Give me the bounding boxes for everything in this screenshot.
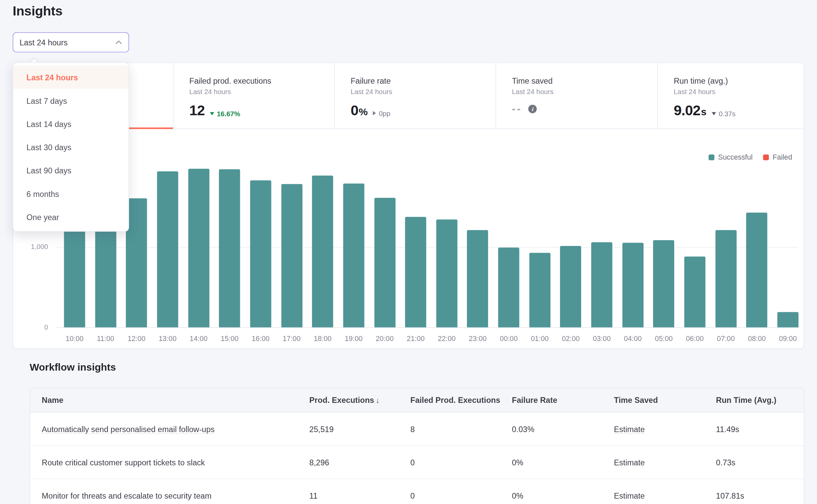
dropdown-item-last-14-days[interactable]: Last 14 days	[13, 112, 128, 135]
dropdown-item-6-months[interactable]: 6 months	[13, 182, 128, 205]
x-axis-label: 04:00	[616, 335, 650, 343]
workflow-name-link[interactable]: Monitor for threats and escalate to secu…	[42, 491, 211, 500]
card-value: 12	[189, 102, 205, 119]
prod-executions-value: 11	[309, 491, 318, 500]
triangle-down-icon	[712, 112, 716, 115]
header-prod-executions[interactable]: Prod. Executions ↓	[298, 395, 399, 405]
bar-04:00[interactable]	[622, 243, 643, 328]
header-run-time[interactable]: Run Time (Avg.)	[704, 395, 804, 405]
x-axis-label: 10:00	[58, 335, 92, 343]
x-axis-label: 14:00	[182, 335, 216, 343]
bar-21:00[interactable]	[405, 217, 426, 327]
workflow-table-header: Name Prod. Executions ↓ Failed Prod. Exe…	[30, 388, 804, 412]
bar-06:00[interactable]	[684, 256, 705, 327]
bar-11:00[interactable]	[95, 228, 116, 327]
workflow-name-link[interactable]: Automatically send personalised email fo…	[42, 424, 214, 433]
card-title: Run time (avg.)	[674, 76, 794, 85]
failed-prod-executions-value: 0	[411, 491, 415, 500]
x-axis-label: 01:00	[523, 335, 557, 343]
bar-01:00[interactable]	[529, 253, 550, 327]
header-time-saved[interactable]: Time Saved	[602, 395, 704, 405]
time-range-select-value: Last 24 hours	[19, 38, 68, 47]
card-unit: s	[701, 106, 707, 118]
insights-panel: Failed prod. executions Last 24 hours 12…	[13, 62, 804, 349]
bar-10:00[interactable]	[64, 228, 85, 327]
failure-rate-value: 0.03%	[512, 424, 534, 433]
summary-card-time-saved[interactable]: Time saved Last 24 hours -- i	[496, 63, 658, 128]
x-axis-label: 16:00	[244, 335, 277, 343]
dropdown-item-last-7-days[interactable]: Last 7 days	[13, 89, 128, 112]
x-axis-label: 18:00	[306, 335, 340, 343]
bar-17:00[interactable]	[281, 184, 302, 328]
info-icon[interactable]: i	[528, 104, 537, 113]
x-axis-label: 20:00	[368, 335, 402, 343]
table-row: Monitor for threats and escalate to secu…	[30, 479, 804, 504]
bar-22:00[interactable]	[436, 219, 457, 327]
time-saved-estimate-link[interactable]: Estimate	[614, 424, 645, 433]
summary-cards-row: Failed prod. executions Last 24 hours 12…	[13, 63, 804, 129]
bar-09:00[interactable]	[777, 312, 799, 328]
table-row: Route critical customer support tickets …	[30, 446, 804, 479]
header-name[interactable]: Name	[30, 395, 298, 405]
summary-card-failed-prod-executions[interactable]: Failed prod. executions Last 24 hours 12…	[173, 63, 335, 128]
bar-23:00[interactable]	[467, 230, 488, 328]
workflow-insights-title: Workflow insights	[30, 362, 116, 374]
x-axis-label: 15:00	[213, 335, 247, 343]
bar-03:00[interactable]	[591, 242, 612, 327]
card-unit: %	[359, 106, 368, 118]
bar-07:00[interactable]	[715, 230, 736, 328]
card-value: 0	[351, 102, 358, 119]
x-axis-label: 03:00	[585, 335, 619, 343]
run-time-value: 107.81s	[716, 491, 744, 500]
x-axis-label: 00:00	[492, 335, 526, 343]
workflow-table: Name Prod. Executions ↓ Failed Prod. Exe…	[30, 388, 804, 504]
card-value-empty: --	[512, 102, 522, 115]
x-axis-label: 21:00	[399, 335, 433, 343]
run-time-value: 0.73s	[716, 458, 735, 467]
time-saved-estimate-link[interactable]: Estimate	[614, 491, 645, 500]
dropdown-item-last-30-days[interactable]: Last 30 days	[13, 135, 128, 159]
x-axis-label: 22:00	[430, 335, 464, 343]
dropdown-item-last-24-hours[interactable]: Last 24 hours	[13, 66, 128, 89]
workflow-table-body: Automatically send personalised email fo…	[30, 413, 804, 504]
header-failure-rate[interactable]: Failure Rate	[500, 395, 602, 405]
delta-text: 16.67%	[217, 110, 240, 118]
bar-12:00[interactable]	[126, 198, 147, 327]
bar-15:00[interactable]	[219, 169, 240, 328]
chart-plot: 10:0011:0012:0013:0014:0015:0016:0017:00…	[13, 129, 804, 349]
insights-page: Insights Last 24 hours Failed prod. exec…	[0, 0, 817, 504]
prod-executions-value: 25,519	[309, 424, 334, 433]
time-saved-estimate-link[interactable]: Estimate	[614, 458, 645, 467]
bar-19:00[interactable]	[343, 183, 364, 327]
bar-20:00[interactable]	[374, 198, 395, 328]
time-range-select[interactable]: Last 24 hours	[13, 32, 129, 52]
failure-rate-value: 0%	[512, 491, 523, 500]
bar-08:00[interactable]	[746, 213, 768, 328]
triangle-down-icon	[210, 112, 214, 115]
dropdown-item-one-year[interactable]: One year	[13, 205, 128, 228]
bar-18:00[interactable]	[312, 176, 333, 328]
summary-card-run-time[interactable]: Run time (avg.) Last 24 hours 9.02 s 0.3…	[658, 63, 804, 128]
delta-indicator: 0pp	[373, 109, 390, 117]
card-subtitle: Last 24 hours	[512, 88, 648, 96]
x-axis-label: 06:00	[678, 335, 712, 343]
x-axis-label: 05:00	[647, 335, 681, 343]
card-title: Time saved	[512, 76, 648, 85]
bar-02:00[interactable]	[560, 246, 582, 327]
card-subtitle: Last 24 hours	[189, 88, 325, 96]
bar-13:00[interactable]	[157, 171, 178, 327]
run-time-value: 11.49s	[716, 424, 739, 433]
failure-rate-value: 0%	[512, 458, 523, 467]
dropdown-item-last-90-days[interactable]: Last 90 days	[13, 159, 128, 182]
card-title: Failed prod. executions	[189, 76, 325, 85]
delta-text: 0.37s	[719, 110, 735, 118]
executions-chart: SuccessfulFailed 1,000 0 10:0011:0012:00…	[13, 129, 804, 349]
workflow-name-link[interactable]: Route critical customer support tickets …	[42, 458, 205, 467]
bar-05:00[interactable]	[653, 240, 675, 328]
bar-16:00[interactable]	[250, 180, 271, 328]
bar-14:00[interactable]	[188, 169, 209, 327]
page-title: Insights	[13, 3, 62, 18]
bar-00:00[interactable]	[498, 248, 519, 328]
summary-card-failure-rate[interactable]: Failure rate Last 24 hours 0 % 0pp	[335, 63, 496, 128]
header-failed-prod-executions[interactable]: Failed Prod. Executions	[399, 395, 500, 405]
